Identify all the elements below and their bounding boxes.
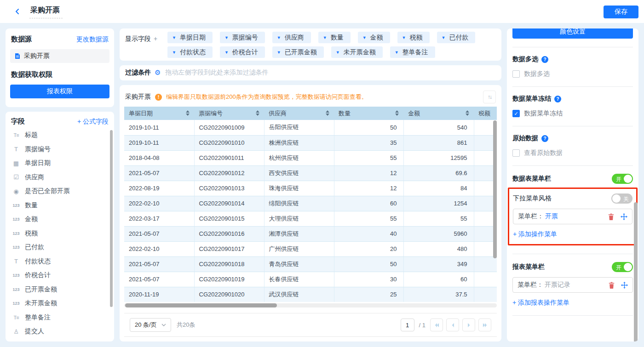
settings-scrollbar-thumb[interactable] [634,202,638,341]
next-page-button[interactable] [462,319,475,331]
dropdown-style-toggle[interactable]: 关 [611,193,632,204]
display-field-chip[interactable]: ▼已付款 [437,32,476,43]
datasource-panel: 数据源 更改数据源 采购开票 数据获取权限 报表权限 [6,28,114,107]
fields-scrollbar-thumb[interactable] [110,130,113,307]
raw-data-checkbox-row[interactable]: ✓ 查看原始数据 [512,149,633,157]
color-settings-button[interactable]: 颜色设置 [512,28,633,39]
table-vertical-scrollbar-thumb[interactable] [493,120,497,258]
display-field-chip[interactable]: ▼数量 [318,32,351,43]
gear-icon[interactable]: ⚙ [155,68,161,77]
table-horizontal-scrollbar-thumb[interactable] [125,303,277,307]
display-field-chip[interactable]: ▼供应商 [272,32,311,43]
table-row[interactable]: 2022-02-10CG20220901014绵阳供应链601254 [124,196,497,211]
add-display-field-button[interactable]: + [154,35,157,42]
sort-icon[interactable] [256,110,259,116]
menu-bar-item[interactable]: 菜单栏： 开票 [513,209,632,224]
change-datasource-link[interactable]: 更改数据源 [76,35,109,44]
left-sidebar: 数据源 更改数据源 采购开票 数据获取权限 报表权限 字段 + 公式字段 T≡标… [6,28,114,341]
menu-bar-item-value[interactable]: 开票 [545,212,558,221]
table-row[interactable]: 2021-05-07CG20220901016湘潭供应链405960 [124,226,497,241]
sort-icon[interactable] [326,110,329,116]
number-icon: 123 [11,245,21,250]
field-item[interactable]: ◉是否已全部开票 [6,184,114,199]
field-item[interactable]: 123价税合计 [6,268,114,283]
menu-freeze-checkbox-row[interactable]: ✓ 数据菜单冻结 [512,109,633,118]
last-page-button[interactable] [478,319,491,331]
table-row[interactable]: 2021-05-07CG20220901018青岛供应链50349 [124,256,497,272]
table-row[interactable]: 2018-04-08CG20220901011杭州供应链5512595 [124,150,497,165]
number-icon: 123 [11,287,21,292]
sort-icon[interactable] [466,110,469,116]
report-menu-item-value[interactable]: 开票记录 [545,281,570,289]
field-item[interactable]: 123税额 [6,227,114,241]
table-row[interactable]: 2021-05-07CG20220901012西安供应链1269.6 [124,165,497,181]
multi-select-checkbox-row[interactable]: ✓ 数据多选 [512,70,633,78]
add-report-action-menu-link[interactable]: + 添加报表操作菜单 [512,299,569,307]
display-field-chip[interactable]: ▼税额 [397,32,430,43]
report-permission-button[interactable]: 报表权限 [10,85,109,98]
display-field-chip[interactable]: ▼付款状态 [167,46,213,58]
table-menu-toggle[interactable]: 开 [612,174,633,184]
table-row[interactable]: 2022-02-10CG20220901017广州供应链20480 [124,241,497,256]
table-horizontal-scrollbar[interactable] [124,303,497,307]
table-cell: 5960 [403,226,474,241]
first-page-button[interactable] [430,319,443,331]
current-page-input[interactable]: 1 [401,319,414,331]
field-item[interactable]: T票据编号 [6,142,114,157]
sort-icon[interactable] [186,110,190,116]
sort-order-button[interactable]: ↑↓ [483,91,496,103]
add-action-menu-link[interactable]: + 添加操作菜单 [513,230,557,239]
add-formula-field-link[interactable]: + 公式字段 [77,118,109,126]
datasource-item[interactable]: 采购开票 [10,49,109,63]
menu-freeze-checkbox[interactable]: ✓ [512,110,520,117]
field-item[interactable]: ☑供应商 [6,171,114,185]
report-menu-bar-item[interactable]: 菜单栏： 开票记录 [512,277,633,293]
display-field-chip[interactable]: ▼价税合计 [220,46,265,58]
chip-label: 未开票金额 [344,48,376,57]
help-icon[interactable]: ? [541,56,548,63]
table-row[interactable]: 2020-11-19CG20220901020武汉供应链2537.5 [124,287,497,302]
table-cell: CG20220901011 [194,150,264,165]
display-field-chip[interactable]: ▼已开票金额 [272,46,324,58]
page-title: 采购开票 [29,5,63,18]
field-item[interactable]: ▦单据日期 [6,156,114,171]
table-row[interactable]: 2021-05-07CG20220901019长春供应链3060 [124,272,497,287]
table-row[interactable]: 2022-08-19CG20220901013珠海供应链1284 [124,181,497,196]
raw-data-title: 原始数据 [512,134,538,142]
multi-select-checkbox[interactable]: ✓ [512,70,520,78]
sort-icon[interactable] [395,110,399,116]
display-field-chip[interactable]: ▼未开票金额 [331,46,383,58]
column-header: 票据编号 [194,107,264,120]
field-item[interactable]: 123已付款 [6,240,114,255]
help-icon[interactable]: ? [554,96,561,102]
field-item[interactable]: T≡整单备注 [6,311,114,325]
table-row[interactable]: 2019-10-11CG20220901009岳阳供应链50540 [124,120,497,135]
table-row[interactable]: 2019-10-11CG20220901010株洲供应链35861 [124,135,497,150]
move-icon[interactable] [621,213,627,220]
display-field-chip[interactable]: ▼单据日期 [167,32,213,43]
trash-icon[interactable] [608,282,615,289]
field-item[interactable]: ♙提交人 [6,324,114,339]
display-field-chip[interactable]: ▼金额 [358,32,390,43]
save-button[interactable]: 保存 [604,6,638,18]
field-item[interactable]: T≡标题 [6,128,114,142]
field-item[interactable]: 123数量 [6,199,114,213]
title-icon: T≡ [11,315,21,320]
prev-page-button[interactable] [446,319,459,331]
trash-icon[interactable] [608,213,615,220]
field-item[interactable]: 123未开票金额 [6,296,114,311]
report-menu-toggle[interactable]: 开 [612,262,633,272]
field-item[interactable]: 123已开票金额 [6,283,114,297]
help-icon[interactable]: ? [541,135,548,142]
raw-data-checkbox[interactable]: ✓ [512,149,520,157]
move-icon[interactable] [621,282,628,289]
table-row[interactable]: 2022-03-17CG20220901015大理供应链5555 [124,211,497,226]
display-field-chip[interactable]: ▼整单备注 [390,46,435,58]
page-size-select[interactable]: 20 条/页 [130,318,171,332]
field-item[interactable]: T付款状态 [6,255,114,269]
display-field-chip[interactable]: ▼票据编号 [220,32,265,43]
field-item[interactable]: 123金额 [6,212,114,227]
preview-table: 单据日期票据编号供应商数量金额税额 2019-10-11CG2022090100… [124,107,497,302]
table-cell: 25 [334,287,403,302]
back-icon[interactable] [12,6,23,17]
